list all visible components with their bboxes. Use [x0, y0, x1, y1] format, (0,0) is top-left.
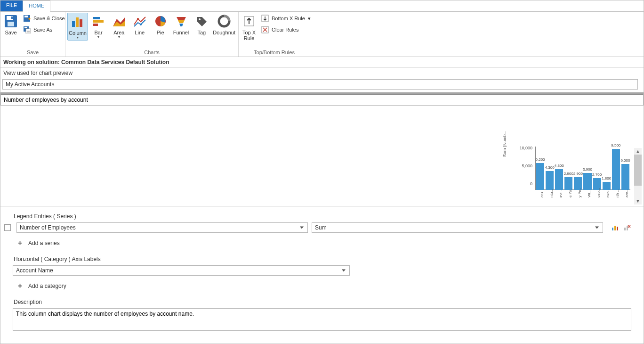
add-category-label: Add a category	[28, 283, 66, 289]
bar-value-label: 6,000	[620, 158, 630, 163]
bar-chart-button[interactable]: Bar ▾	[88, 13, 109, 40]
chart-config-panel: Legend Entries ( Series ) Number of Empl…	[0, 206, 644, 336]
edit-series-chart-type-icon[interactable]	[611, 223, 619, 232]
top-x-rule-button[interactable]: Top X Rule	[241, 13, 258, 41]
dropdown-caret-icon: ▾	[77, 36, 79, 40]
plus-icon: ＋	[16, 281, 24, 290]
delete-series-icon[interactable]	[623, 223, 631, 232]
column-chart-button[interactable]: Column ▾	[67, 13, 88, 41]
tag-chart-button[interactable]: Tag	[191, 13, 212, 35]
svg-rect-23	[612, 228, 613, 230]
save-close-icon	[23, 15, 31, 22]
bar-value-label: 3,900	[583, 167, 592, 172]
doughnut-chart-icon	[217, 14, 232, 29]
svg-rect-7	[24, 27, 27, 28]
svg-rect-24	[614, 226, 616, 230]
scroll-up-icon[interactable]: ▲	[634, 148, 642, 155]
chart-bar: 4,800	[555, 169, 563, 190]
category-section-label: Horizontal ( Category ) Axis Labels	[14, 256, 630, 262]
chart-bar: 3,900	[583, 173, 591, 190]
pie-chart-button[interactable]: Pie	[150, 13, 171, 35]
svg-rect-5	[24, 16, 28, 17]
y-axis-label: Sum (Numb...	[502, 131, 507, 157]
svg-rect-26	[624, 228, 626, 230]
clear-rules-button[interactable]: Clear Rules	[260, 25, 312, 34]
y-tick: 0	[515, 181, 532, 186]
description-textarea[interactable]	[13, 308, 631, 331]
chart: Sum (Numb... 10,000 5,000 0 6,2004,3004,…	[513, 143, 630, 204]
view-select-dropdown[interactable]: My Active Accounts	[2, 79, 638, 90]
view-label: View used for chart preview	[0, 68, 644, 78]
scroll-thumb[interactable]	[634, 155, 642, 186]
chart-bar: 6,200	[536, 163, 544, 190]
bottom-x-rule-button[interactable]: Bottom X Rule ▾	[260, 14, 312, 23]
clear-rules-icon	[261, 26, 269, 33]
bar-value-label: 2,900	[564, 172, 573, 176]
svg-point-16	[140, 24, 142, 25]
line-label: Line	[135, 30, 145, 35]
funnel-label: Funnel	[173, 30, 189, 35]
chart-preview: Sum (Numb... 10,000 5,000 0 6,2004,3004,…	[0, 106, 644, 206]
doughnut-chart-button[interactable]: Doughnut	[212, 13, 236, 35]
bar-value-label: 4,300	[545, 165, 555, 170]
area-chart-icon	[112, 14, 127, 29]
series-section-label: Legend Entries ( Series )	[14, 213, 630, 220]
line-chart-button[interactable]: Line	[129, 13, 150, 35]
bar-chart-icon	[91, 14, 106, 29]
tag-icon	[194, 14, 209, 29]
pie-label: Pie	[157, 30, 164, 35]
svg-point-15	[137, 18, 139, 20]
column-chart-icon	[70, 14, 85, 29]
chart-bar: 4,300	[546, 171, 554, 190]
area-chart-button[interactable]: Area ▾	[109, 13, 129, 40]
svg-rect-9	[72, 21, 75, 27]
save-and-close-button[interactable]: Save & Close	[22, 14, 66, 23]
svg-point-18	[199, 18, 201, 20]
scroll-down-icon[interactable]: ▼	[634, 198, 642, 205]
y-axis	[535, 147, 536, 190]
line-chart-icon	[132, 14, 147, 29]
add-category-button[interactable]: ＋ Add a category	[16, 281, 630, 290]
tab-home[interactable]: HOME	[23, 0, 50, 12]
bottom-x-rule-icon	[261, 15, 269, 22]
solution-context-bar: Working on solution: Common Data Service…	[0, 57, 644, 68]
y-tick: 5,000	[515, 164, 532, 168]
add-series-button[interactable]: ＋ Add a series	[16, 238, 630, 247]
dropdown-caret-icon: ▾	[308, 16, 311, 22]
chart-title-input[interactable]	[0, 94, 644, 106]
save-as-button[interactable]: Save As	[22, 25, 66, 34]
ribbon: Save Save & Close Save As Save	[0, 12, 644, 57]
category-field-dropdown[interactable]: Account Name	[13, 265, 350, 276]
save-button[interactable]: Save	[2, 13, 19, 35]
clear-label: Clear Rules	[272, 27, 298, 33]
svg-rect-25	[617, 227, 618, 230]
top-x-rule-icon	[242, 14, 257, 29]
preview-scrollbar[interactable]: ▲ ▼	[634, 148, 642, 205]
bar-value-label: 2,900	[573, 172, 583, 176]
series-field-dropdown[interactable]: Number of Employees	[16, 222, 308, 233]
svg-rect-3	[11, 16, 13, 19]
topx-label: Top X Rule	[242, 30, 256, 41]
funnel-chart-button[interactable]: Funnel	[171, 13, 192, 35]
svg-rect-2	[8, 22, 14, 26]
group-label-rules: Top/Bottom Rules	[239, 49, 310, 57]
bar-value-label: 4,800	[555, 164, 564, 168]
dropdown-caret-icon: ▾	[118, 35, 120, 40]
bar-value-label: 6,200	[536, 157, 545, 162]
chart-bar: 9,500	[612, 149, 620, 190]
series-checkbox[interactable]	[4, 224, 11, 231]
tab-file[interactable]: FILE	[0, 0, 23, 11]
svg-rect-14	[93, 24, 98, 26]
svg-rect-11	[80, 19, 82, 27]
doughnut-label: Doughnut	[213, 30, 235, 35]
bar-value-label: 9,500	[611, 143, 620, 147]
bar-value-label: 2,700	[592, 172, 602, 177]
tab-strip: FILE HOME	[0, 0, 644, 12]
tag-label: Tag	[198, 30, 206, 35]
dropdown-caret-icon: ▾	[97, 35, 99, 40]
y-tick: 10,000	[515, 146, 532, 150]
description-label: Description	[14, 299, 630, 305]
series-aggregate-dropdown[interactable]: Sum	[312, 222, 603, 233]
plus-icon: ＋	[16, 238, 24, 247]
pie-chart-icon	[153, 14, 168, 29]
